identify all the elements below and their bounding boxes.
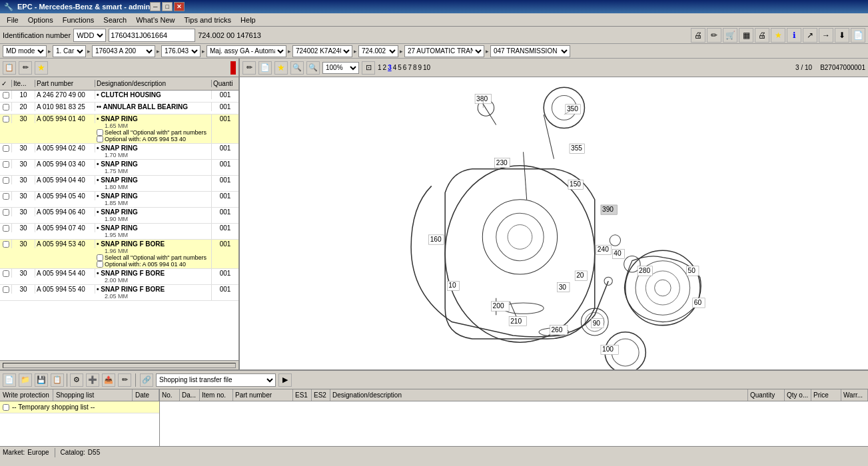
bottom-new-icon[interactable]: 📄 xyxy=(3,373,16,387)
doc-icon[interactable]: 📄 xyxy=(851,28,865,43)
print2-icon[interactable]: 🖨 xyxy=(755,28,769,43)
page-10[interactable]: 10 xyxy=(423,64,430,71)
minimize-button[interactable]: ─ xyxy=(150,2,161,11)
optional-with-checkbox[interactable] xyxy=(97,136,103,142)
collapse-handle[interactable] xyxy=(230,61,236,75)
shopping-temp-row[interactable]: -- Temporary shopping list -- xyxy=(0,401,159,413)
parts-icon-2[interactable]: ✏ xyxy=(19,61,32,75)
bottom-edit2-icon[interactable]: ✏ xyxy=(118,373,131,387)
page-6[interactable]: 6 xyxy=(403,64,407,71)
trans-select[interactable]: 27 AUTOMATIC TRANSMISSION xyxy=(404,45,484,57)
car-select[interactable]: 1. Car xyxy=(53,45,86,57)
menu-item-options[interactable]: Options xyxy=(24,15,57,25)
row-checkbox[interactable] xyxy=(3,209,9,216)
mode-select[interactable]: MD mode xyxy=(3,45,47,57)
page-4[interactable]: 4 xyxy=(393,64,397,71)
page-2[interactable]: 2 xyxy=(383,64,387,71)
diag-page-icon[interactable]: 📄 xyxy=(258,61,272,75)
page-7[interactable]: 7 xyxy=(408,64,412,71)
menu-item-file[interactable]: File xyxy=(3,15,23,25)
zoom-select[interactable]: 100% xyxy=(322,62,359,74)
bottom-save-icon[interactable]: 💾 xyxy=(35,373,48,387)
close-button[interactable]: ✕ xyxy=(174,2,185,11)
diag-star-icon[interactable]: ★ xyxy=(274,61,288,75)
transfer-file-select[interactable]: Shopping list transfer file xyxy=(156,373,276,387)
table-row[interactable]: 30A 005 994 03 40• SNAP RING1.75 MM001 xyxy=(0,160,238,176)
parts-star-icon[interactable]: ★ xyxy=(35,61,48,75)
label-160: 160 xyxy=(430,236,442,243)
print-icon[interactable]: 🖨 xyxy=(691,28,705,43)
down-icon[interactable]: ⬇ xyxy=(835,28,849,43)
table-row[interactable]: 30A 005 994 02 40• SNAP RING1.70 MM001 xyxy=(0,144,238,160)
diag-zoom-out-icon[interactable]: 🔍 xyxy=(306,61,320,75)
share-icon[interactable]: ↗ xyxy=(803,28,817,43)
row-checkbox[interactable] xyxy=(3,270,9,277)
row-checkbox[interactable] xyxy=(3,193,9,200)
page-3[interactable]: 3 xyxy=(388,64,392,71)
table-row[interactable]: 30A 005 994 55 40• SNAP RING F BORE2.05 … xyxy=(0,285,238,301)
optional-all-checkbox[interactable] xyxy=(97,129,103,136)
srh-da: Da... xyxy=(180,389,200,401)
diagram-area[interactable]: 380 350 355 230 150 390 xyxy=(240,77,868,369)
page-9[interactable]: 9 xyxy=(418,64,422,71)
arrow-icon[interactable]: → xyxy=(819,28,833,43)
diag-zoom-in-icon[interactable]: 🔍 xyxy=(290,61,304,75)
model-select[interactable]: 176043 A 200 xyxy=(92,45,155,57)
info-icon[interactable]: ℹ xyxy=(787,28,801,43)
code2-select[interactable]: 724.002 xyxy=(358,45,398,57)
table-row[interactable]: 30A 005 994 05 40• SNAP RING1.85 MM001 xyxy=(0,192,238,208)
row-checkbox[interactable] xyxy=(3,161,9,168)
table-row[interactable]: 30A 005 994 54 40• SNAP RING F BORE2.00 … xyxy=(0,269,238,285)
menu-item-what's-new[interactable]: What's New xyxy=(132,15,179,25)
row-checkbox[interactable] xyxy=(3,145,9,152)
cart-icon[interactable]: 🛒 xyxy=(723,28,737,43)
horizontal-scrollbar[interactable] xyxy=(0,360,238,369)
sub-select[interactable]: 176.043 xyxy=(161,45,201,57)
maj-select[interactable]: Maj. assy GA - Automatic transmission xyxy=(207,45,286,57)
code1-select[interactable]: 724002 K7A240 xyxy=(292,45,352,57)
row-checkbox[interactable] xyxy=(3,116,9,122)
page-5[interactable]: 5 xyxy=(398,64,402,71)
table-row[interactable]: 30A 005 994 04 40• SNAP RING1.80 MM001 xyxy=(0,176,238,192)
id-number-input[interactable] xyxy=(109,29,195,42)
star2-icon[interactable]: ★ xyxy=(771,28,785,43)
table-row[interactable]: 30A 005 994 07 40• SNAP RING1.95 MM001 xyxy=(0,224,238,240)
row-checkbox[interactable] xyxy=(3,225,9,232)
bottom-add-icon[interactable]: ➕ xyxy=(86,373,99,387)
diag-edit-icon[interactable]: ✏ xyxy=(242,61,256,75)
bottom-link-icon[interactable]: 🔗 xyxy=(140,373,153,387)
diag-fit-icon[interactable]: ⊡ xyxy=(362,61,375,75)
optional-with-checkbox[interactable] xyxy=(97,261,103,268)
table-row[interactable]: 20A 010 981 83 25•• ANNULAR BALL BEARING… xyxy=(0,103,238,115)
shopping-list-left: Write protection Shopping list Date -- T… xyxy=(0,389,160,446)
bottom-arrow-icon[interactable]: ▶ xyxy=(278,373,292,387)
row-checkbox[interactable] xyxy=(3,286,9,293)
row-checkbox[interactable] xyxy=(3,177,9,184)
parts-icon-1[interactable]: 📋 xyxy=(3,61,16,75)
case-select[interactable]: 047 TRANSMISSION CASE AND COVER xyxy=(490,45,570,57)
bottom-copy-icon[interactable]: 📋 xyxy=(51,373,64,387)
bottom-transfer-icon[interactable]: 📤 xyxy=(102,373,115,387)
id-type-select[interactable]: WDD xyxy=(73,29,106,42)
table-row[interactable]: 30A 005 994 53 40• SNAP RING F BORE1.96 … xyxy=(0,240,238,269)
menu-item-functions[interactable]: Functions xyxy=(59,15,99,25)
table-row[interactable]: 10A 246 270 49 00• CLUTCH HOUSING001 xyxy=(0,91,238,103)
table-row[interactable]: 30A 005 994 06 40• SNAP RING1.90 MM001 xyxy=(0,208,238,224)
edit-icon[interactable]: ✏ xyxy=(707,28,721,43)
page-1[interactable]: 1 xyxy=(378,64,382,71)
menu-item-help[interactable]: Help xyxy=(236,15,260,25)
row-checkbox[interactable] xyxy=(3,104,9,111)
grid-icon[interactable]: ▦ xyxy=(739,28,753,43)
page-8[interactable]: 8 xyxy=(413,64,417,71)
sh-col-date: Date xyxy=(133,389,159,401)
bottom-open-icon[interactable]: 📁 xyxy=(19,373,32,387)
maximize-button[interactable]: □ xyxy=(162,2,173,11)
menu-item-tips-and-tricks[interactable]: Tips and tricks xyxy=(181,15,236,25)
row-checkbox[interactable] xyxy=(3,92,9,99)
row-checkbox[interactable] xyxy=(3,241,9,248)
table-row[interactable]: 30A 005 994 01 40• SNAP RING1.65 MMSelec… xyxy=(0,115,238,144)
optional-all-checkbox[interactable] xyxy=(97,254,103,261)
temp-list-checkbox[interactable] xyxy=(3,404,9,411)
menu-item-search[interactable]: Search xyxy=(99,15,131,25)
bottom-settings-icon[interactable]: ⚙ xyxy=(70,373,83,387)
